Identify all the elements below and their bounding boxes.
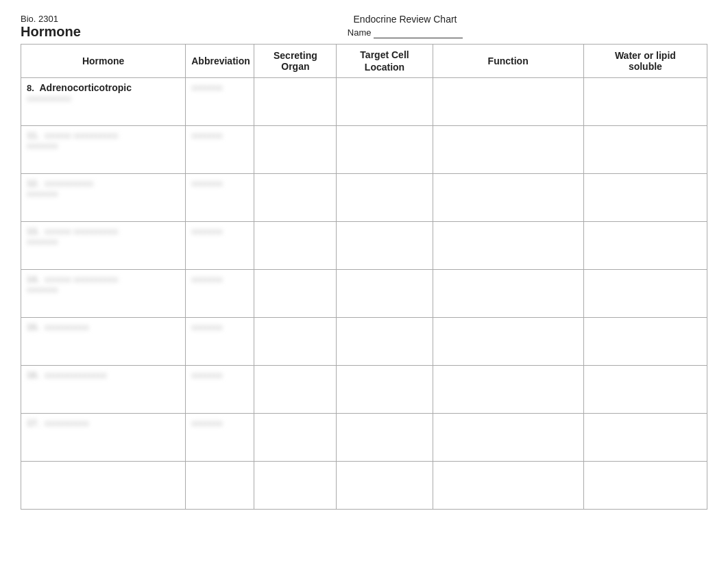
secreting-cell [254,414,337,462]
col-header-target: Target CellLocation [337,45,433,78]
col-header-secreting: Secreting Organ [254,45,337,78]
abbrev-blurred: xxxxxxx [191,274,223,284]
target-cell [337,222,433,270]
hormone-cell: 15. xxxxxxxxxx [21,318,186,366]
table-row: 14. xxxxxx xxxxxxxxxx xxxxxxx xxxxxxx [21,270,707,318]
hormone-cell: 8. Adrenocorticotropic xxxxxxxxxx [21,78,186,126]
secreting-cell [254,126,337,174]
name-label: Name [348,27,372,38]
target-cell [337,318,433,366]
function-cell [433,174,583,222]
hormone-name-blurred2: xxxxxxx [27,140,58,151]
page: Bio. 2301 Hormone Endocrine Review Chart… [0,0,728,563]
water-cell [583,366,707,414]
col-header-abbreviation: Abbreviation [186,45,254,78]
abbreviation-cell: xxxxxxx [186,318,254,366]
row-number: 11. [27,130,39,140]
hormone-label: Hormone [21,24,103,40]
abbrev-blurred: xxxxxxx [191,322,223,332]
table-row: 17. xxxxxxxxxx xxxxxxx [21,414,707,462]
table-row [21,462,707,510]
hormone-name-blurred: xxxxxx xxxxxxxxxx [45,130,119,140]
function-cell [433,462,583,510]
table-row: 15. xxxxxxxxxx xxxxxxx [21,318,707,366]
hormone-cell: 14. xxxxxx xxxxxxxxxx xxxxxxx [21,270,186,318]
target-cell-label: Target CellLocation [360,49,409,73]
chart-title-block: Endocrine Review Chart Name [103,14,707,38]
abbrev-blurred: xxxxxxx [191,226,223,236]
name-line: Name [103,27,707,38]
hormone-name-blurred: xxxxxxxxxxxxxx [45,370,107,380]
table-row: 16. xxxxxxxxxxxxxx xxxxxxx [21,366,707,414]
target-cell [337,414,433,462]
water-cell [583,270,707,318]
hormone-name-blurred2: xxxxxxx [27,284,58,295]
col-header-water: Water or lipidsoluble [583,45,707,78]
water-cell [583,462,707,510]
water-cell [583,126,707,174]
function-cell [433,222,583,270]
hormone-cell: 17. xxxxxxxxxx [21,414,186,462]
row-number: 12. [27,178,39,188]
table-row: 8. Adrenocorticotropic xxxxxxxxxx xxxxxx… [21,78,707,126]
hormone-name-blurred: xxxxxx xxxxxxxxxx [45,226,119,236]
abbreviation-cell: xxxxxxx [186,174,254,222]
secreting-cell [254,270,337,318]
function-cell [433,414,583,462]
row-number: 13. [27,226,39,236]
abbrev-blurred: xxxxxxx [191,178,223,188]
abbreviation-cell: xxxxxxx [186,126,254,174]
function-cell [433,126,583,174]
hormone-name-blurred2: xxxxxxx [27,236,58,247]
col-header-hormone: Hormone [21,45,186,78]
secreting-cell [254,366,337,414]
hormone-name-blurred: xxxxxx xxxxxxxxxx [45,274,119,284]
col-header-function: Function [433,45,583,78]
hormone-cell: 13. xxxxxx xxxxxxxxxx xxxxxxx [21,222,186,270]
secreting-cell [254,318,337,366]
row-number: 14. [27,274,39,284]
hormone-cell: 16. xxxxxxxxxxxxxx [21,366,186,414]
hormone-name-blurred: xxxxxxxxxx [45,322,89,332]
abbrev-blurred: xxxxxxx [191,370,223,380]
row-number: 8. [27,83,34,93]
target-cell [337,78,433,126]
hormone-name-blurred: xxxxxxxxxxx [45,178,94,188]
function-cell [433,270,583,318]
abbreviation-cell: xxxxxxx [186,414,254,462]
table-row: 12. xxxxxxxxxxx xxxxxxx xxxxxxx [21,174,707,222]
function-cell [433,78,583,126]
target-cell [337,366,433,414]
hormone-name-blurred: xxxxxxxxxx [45,418,89,428]
target-cell [337,270,433,318]
secreting-cell [254,462,337,510]
hormone-name: Adrenocorticotropic [39,82,132,93]
hormone-cell: 12. xxxxxxxxxxx xxxxxxx [21,174,186,222]
row-number: 15. [27,322,39,332]
water-cell [583,318,707,366]
abbreviation-cell: xxxxxxx [186,366,254,414]
abbreviation-cell: xxxxxxx [186,270,254,318]
abbrev-blurred: xxxxxxx [191,130,223,140]
water-cell [583,78,707,126]
target-cell [337,174,433,222]
hormone-cell: 11. xxxxxx xxxxxxxxxx xxxxxxx [21,126,186,174]
table-row: 13. xxxxxx xxxxxxxxxx xxxxxxx xxxxxxx [21,222,707,270]
water-cell [583,414,707,462]
abbreviation-cell: xxxxxxx [186,222,254,270]
abbrev-blurred: xxxxxxx [191,82,223,92]
secreting-cell [254,78,337,126]
hormone-cell [21,462,186,510]
review-table: Hormone Abbreviation Secreting Organ Tar… [21,44,707,510]
water-lipid-label: Water or lipidsoluble [615,50,676,72]
name-field [374,27,463,38]
chart-title: Endocrine Review Chart [103,14,707,25]
secreting-cell [254,174,337,222]
water-cell [583,222,707,270]
target-cell [337,462,433,510]
water-cell [583,174,707,222]
table-header-row: Hormone Abbreviation Secreting Organ Tar… [21,45,707,78]
row-number: 16. [27,370,39,380]
function-cell [433,318,583,366]
page-header: Bio. 2301 Hormone Endocrine Review Chart… [21,14,707,40]
